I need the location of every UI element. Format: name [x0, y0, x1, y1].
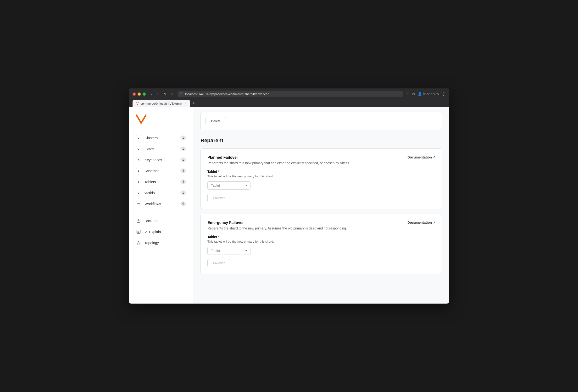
sidebar-divider [136, 212, 186, 212]
maximize-button[interactable] [143, 92, 146, 96]
delete-button[interactable]: Delete [205, 117, 226, 125]
tab-favicon: V [136, 102, 139, 105]
emergency-failover-button[interactable]: Failover [207, 259, 230, 267]
address-bar[interactable]: ⓘ localhost:14201/keyspace/local/commerc… [178, 91, 403, 97]
vtexplain-icon [136, 229, 141, 234]
app-content: C Clusters 1 G Gates 1 K Keyspaces 1 S S… [129, 107, 449, 304]
topology-icon [136, 240, 141, 245]
sidebar-badge-vtctlds: 1 [180, 191, 186, 195]
emergency-failover-title-block: Emergency Failover Reparents the shard t… [207, 221, 347, 230]
external-link-icon: ↗ [433, 156, 435, 159]
emergency-tablet-hint: This tablet will be the new primary for … [207, 240, 435, 243]
vtctlds-icon: V [136, 190, 141, 195]
sidebar-item-label-clusters: Clusters [144, 136, 177, 140]
browser-chrome: ‹ › ↻ ⌂ ⓘ localhost:14201/keyspace/local… [129, 88, 449, 107]
sidebar-item-label-vtexplain: VTExplain [144, 230, 186, 234]
lock-icon: ⓘ [180, 92, 183, 96]
url-text: localhost:14201/keyspace/local/commerce/… [185, 92, 269, 96]
keyspaces-icon: K [136, 157, 141, 162]
external-link-icon-2: ↗ [433, 221, 435, 224]
sidebar-badge-gates: 1 [180, 147, 186, 151]
sidebar-logo [129, 112, 193, 132]
delete-section: Delete [200, 112, 442, 130]
emergency-failover-doc-link[interactable]: Documentation ↗ [407, 221, 435, 225]
sidebar-item-schemas[interactable]: S Schemas 3 [129, 165, 193, 176]
sidebar-item-clusters[interactable]: C Clusters 1 [129, 132, 193, 143]
emergency-tablet-select[interactable]: Tablet ▾ [207, 247, 250, 255]
svg-line-4 [137, 242, 139, 243]
back-button[interactable]: ‹ [149, 91, 154, 97]
sidebar-item-topology[interactable]: Topology [129, 237, 193, 248]
minimize-button[interactable] [138, 92, 141, 96]
planned-failover-description: Reparents the shard to a new primary tha… [207, 161, 350, 165]
svg-point-1 [138, 241, 139, 242]
sidebar-item-label-topology: Topology [144, 241, 186, 245]
bookmark-icon[interactable]: ☆ [406, 92, 409, 96]
schemas-icon: S [136, 168, 141, 173]
planned-failover-doc-link[interactable]: Documentation ↗ [407, 155, 435, 159]
sidebar-item-label-vtctlds: vtctlds [144, 191, 177, 195]
svg-point-2 [137, 243, 138, 244]
incognito-icon: 👤 [418, 92, 422, 96]
tab-title: commerce/0 (local) | VTAdmin [141, 102, 182, 105]
planned-failover-doc-label: Documentation [407, 155, 432, 159]
sidebar-item-gates[interactable]: G Gates 1 [129, 143, 193, 154]
planned-failover-title-block: Planned Failover Reparents the shard to … [207, 155, 350, 165]
tab-bar: V commerce/0 (local) | VTAdmin ✕ + [133, 100, 445, 107]
sidebar: C Clusters 1 G Gates 1 K Keyspaces 1 S S… [129, 107, 193, 304]
reload-button[interactable]: ↻ [162, 91, 168, 97]
sidebar-item-backups[interactable]: Backups [129, 215, 193, 226]
sidebar-item-label-schemas: Schemas [144, 169, 177, 173]
forward-button[interactable]: › [155, 91, 160, 97]
sidebar-item-keyspaces[interactable]: K Keyspaces 1 [129, 154, 193, 165]
tablets-icon: T [136, 179, 141, 184]
close-button[interactable] [133, 92, 136, 96]
sidebar-item-vtctlds[interactable]: V vtctlds 1 [129, 187, 193, 198]
sidebar-item-tablets[interactable]: T Tablets 3 [129, 176, 193, 187]
clusters-icon: C [136, 135, 141, 140]
sidebar-badge-keyspaces: 1 [180, 157, 186, 162]
sidebar-badge-workflows: 0 [180, 201, 186, 206]
home-button[interactable]: ⌂ [170, 91, 175, 97]
active-tab[interactable]: V commerce/0 (local) | VTAdmin ✕ [133, 100, 190, 107]
sidebar-item-label-backups: Backups [144, 219, 186, 223]
new-tab-button[interactable]: + [191, 100, 197, 107]
backups-icon [136, 218, 141, 223]
chevron-down-icon: ▾ [245, 184, 247, 187]
sidebar-item-vtexplain[interactable]: VTExplain [129, 226, 193, 237]
reparent-title: Reparent [200, 137, 442, 144]
planned-required-star: * [218, 170, 219, 174]
planned-failover-button[interactable]: Failover [207, 194, 230, 202]
planned-failover-card: Planned Failover Reparents the shard to … [200, 149, 442, 209]
planned-failover-header: Planned Failover Reparents the shard to … [207, 155, 435, 165]
gates-icon: G [136, 146, 141, 151]
workflows-icon: W [136, 201, 141, 206]
sidebar-badge-clusters: 1 [180, 136, 186, 140]
menu-icon[interactable]: ⋮ [442, 92, 445, 96]
sidebar-item-label-tablets: Tablets [144, 180, 177, 184]
sidebar-item-workflows[interactable]: W Workflows 0 [129, 198, 193, 209]
incognito-badge: 👤 Incognito [418, 92, 439, 96]
emergency-tablet-label: Tablet * [207, 235, 435, 239]
emergency-tablet-select-value: Tablet [211, 249, 220, 253]
browser-actions: ☆ ⧉ 👤 Incognito ⋮ [406, 92, 445, 96]
planned-tablet-select[interactable]: Tablet ▾ [207, 181, 250, 190]
window-icon[interactable]: ⧉ [412, 92, 415, 96]
planned-tablet-select-value: Tablet [211, 184, 220, 187]
traffic-lights [133, 92, 146, 96]
sidebar-item-label-gates: Gates [144, 147, 177, 151]
sidebar-badge-schemas: 3 [180, 168, 186, 173]
sidebar-badge-tablets: 3 [180, 180, 186, 184]
emergency-failover-card: Emergency Failover Reparents the shard t… [200, 214, 442, 274]
svg-point-3 [140, 243, 140, 244]
emergency-failover-description: Reparents the shard to the new primary. … [207, 226, 347, 230]
sidebar-nav: C Clusters 1 G Gates 1 K Keyspaces 1 S S… [129, 132, 193, 304]
planned-tablet-hint: This tablet will be the new primary for … [207, 174, 435, 178]
emergency-required-star: * [218, 235, 219, 239]
chevron-down-icon-2: ▾ [245, 249, 247, 252]
main-content: Delete Reparent Planned Failover Reparen… [193, 107, 449, 304]
emergency-failover-doc-label: Documentation [407, 221, 432, 225]
emergency-failover-header: Emergency Failover Reparents the shard t… [207, 221, 435, 230]
sidebar-item-label-workflows: Workflows [144, 202, 177, 206]
tab-close-button[interactable]: ✕ [184, 102, 186, 105]
